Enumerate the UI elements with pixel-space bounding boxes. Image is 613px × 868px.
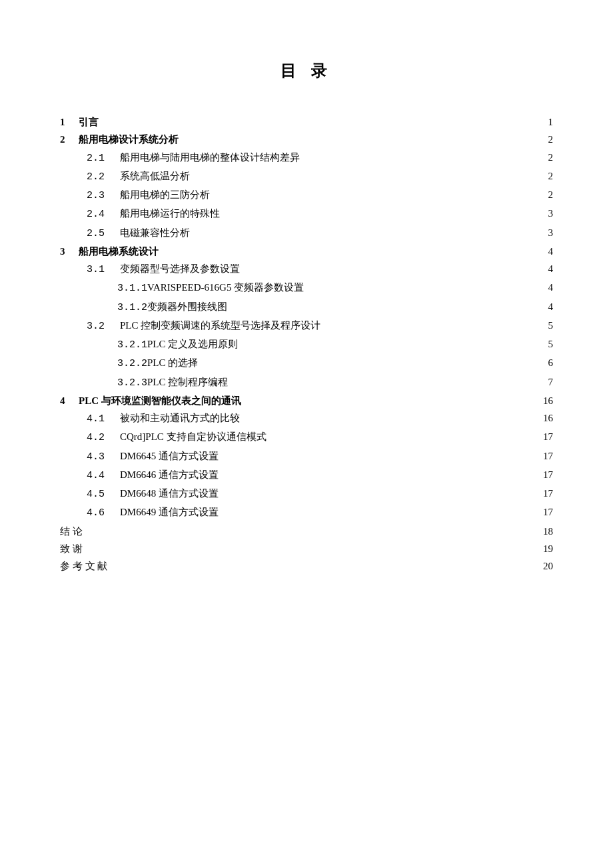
toc-entry: 4.1被动和主动通讯方式的比较16 <box>60 409 553 428</box>
toc-entry-number: 4.2 <box>87 429 120 447</box>
toc-entry-label: 被动和主动通讯方式的比较 <box>120 409 240 427</box>
toc-entry-page: 19 <box>540 540 553 557</box>
toc-entry-number: 3.2.2 <box>117 355 147 373</box>
toc-entry: 3.1.1 VARISPEED-616G5 变频器参数设置4 <box>60 279 553 297</box>
toc-entry-number: 4.5 <box>87 486 120 503</box>
toc-leader-dots <box>240 262 540 272</box>
toc-leader-dots <box>190 169 540 179</box>
toc-leader-dots <box>227 300 540 310</box>
toc-leader-dots <box>210 188 540 198</box>
toc-entry-page: 2 <box>540 167 553 185</box>
toc-leader-dots <box>241 394 540 404</box>
toc-entry-page: 17 <box>540 447 553 465</box>
toc-leader-dots <box>83 525 540 535</box>
toc-entry-label: 变频器型号选择及参数设置 <box>120 260 240 277</box>
toc-entry: 3.1.2 变频器外围接线图4 <box>60 298 553 317</box>
toc-entry-label: PLC 控制变频调速的系统型号选择及程序设计 <box>120 317 320 334</box>
toc-entry-number: 1 <box>60 113 79 131</box>
toc-entry: 3.1变频器型号选择及参数设置4 <box>60 260 553 279</box>
toc-leader-dots <box>159 245 540 255</box>
toc-leader-dots <box>320 319 540 329</box>
toc-entry: 4.3DM6645 通信方式设置17 <box>60 447 553 466</box>
toc-entry: 2.3船用电梯的三防分析2 <box>60 186 553 205</box>
toc-entry-page: 7 <box>540 373 553 391</box>
toc-leader-dots <box>179 133 540 143</box>
toc-entry-page: 4 <box>540 298 553 315</box>
toc-entry-page: 4 <box>540 279 553 296</box>
toc-entry-number: 2.3 <box>87 187 120 205</box>
toc-entry-label: PLC 与环境监测智能仪表之间的通讯 <box>79 392 241 409</box>
toc-leader-dots <box>107 559 540 569</box>
toc-entry: 2.4船用电梯运行的特殊性3 <box>60 205 553 223</box>
toc-entry-page: 2 <box>540 149 553 166</box>
toc-entry-label: 船用电梯系统设计 <box>79 243 159 260</box>
toc-entry-label: PLC 定义及选用原则 <box>147 335 238 353</box>
toc-entry-page: 4 <box>540 243 553 260</box>
toc-entry: 参 考 文 献20 <box>60 557 553 575</box>
toc-leader-dots <box>219 487 540 497</box>
toc-entry: 4.5DM6648 通信方式设置17 <box>60 485 553 503</box>
toc-entry-label: DM6649 通信方式设置 <box>120 503 219 521</box>
toc-entry: 2.5电磁兼容性分析3 <box>60 224 553 243</box>
toc-entry-label: 船用电梯的三防分析 <box>120 186 210 203</box>
toc-entry: 3.2.2 PLC 的选择6 <box>60 354 553 373</box>
toc-entry-page: 3 <box>540 205 553 222</box>
toc-entry-number: 4.4 <box>87 467 120 485</box>
toc-entry-number: 3.1 <box>87 261 120 279</box>
toc-leader-dots <box>238 337 540 347</box>
toc-entry-label: 船用电梯设计系统分析 <box>79 131 179 148</box>
toc-entry-page: 17 <box>540 485 553 502</box>
toc-leader-dots <box>228 375 540 385</box>
toc-leader-dots <box>190 226 540 236</box>
toc-entry-number: 3.1.2 <box>117 299 147 317</box>
toc-leader-dots <box>198 356 540 366</box>
toc-entry-page: 16 <box>540 409 553 427</box>
toc-entry-page: 2 <box>540 131 553 148</box>
toc-entry-number: 3.2 <box>87 318 120 335</box>
toc-entry: 结 论18 <box>60 523 553 540</box>
toc-entry-label: DM6648 通信方式设置 <box>120 485 219 502</box>
toc-list: 1引言12船用电梯设计系统分析22.1船用电梯与陆用电梯的整体设计结构差异22.… <box>60 113 553 575</box>
toc-leader-dots <box>304 281 540 291</box>
toc-entry-label: 电磁兼容性分析 <box>120 224 190 241</box>
toc-entry-label: 结 论 <box>60 523 83 540</box>
toc-entry-page: 16 <box>540 392 553 409</box>
toc-entry-number: 2.1 <box>87 150 120 167</box>
toc-entry-number: 4.1 <box>87 411 120 428</box>
toc-entry-page: 3 <box>540 224 553 241</box>
toc-entry-label: 引言 <box>79 113 99 131</box>
toc-entry: 3.2.1 PLC 定义及选用原则5 <box>60 335 553 354</box>
toc-entry-page: 1 <box>540 113 553 131</box>
toc-entry-number: 2.5 <box>87 225 120 243</box>
toc-entry: 4.2CQrd]PLC 支持自定协议通信模式17 <box>60 428 553 447</box>
toc-entry-label: 参 考 文 献 <box>60 557 107 575</box>
toc-entry-label: CQrd]PLC 支持自定协议通信模式 <box>120 428 267 445</box>
toc-leader-dots <box>219 449 540 459</box>
toc-leader-dots <box>219 468 540 478</box>
toc-entry-number: 2.2 <box>87 169 120 186</box>
toc-entry-page: 17 <box>540 428 553 445</box>
toc-entry-page: 6 <box>540 354 553 371</box>
toc-entry-label: 变频器外围接线图 <box>147 298 227 315</box>
toc-entry-label: PLC 控制程序编程 <box>147 373 228 391</box>
toc-entry-number: 2.4 <box>87 206 120 223</box>
toc-entry-number: 3.1.1 <box>117 280 147 297</box>
toc-entry-label: PLC 的选择 <box>147 354 198 371</box>
toc-entry: 3.2PLC 控制变频调速的系统型号选择及程序设计5 <box>60 317 553 335</box>
toc-entry-label: 致 谢 <box>60 540 83 557</box>
toc-entry: 致 谢19 <box>60 540 553 557</box>
toc-entry-number: 2 <box>60 131 79 148</box>
toc-entry-page: 2 <box>540 186 553 203</box>
toc-entry-number: 4.6 <box>87 505 120 522</box>
toc-entry: 3.2.3 PLC 控制程序编程7 <box>60 373 553 392</box>
toc-leader-dots <box>300 151 540 161</box>
toc-entry-number: 4.3 <box>87 449 120 466</box>
toc-entry-label: VARISPEED-616G5 变频器参数设置 <box>147 279 304 296</box>
toc-entry-page: 4 <box>540 260 553 277</box>
toc-leader-dots <box>219 505 540 515</box>
toc-leader-dots <box>83 542 540 552</box>
toc-entry-page: 5 <box>540 335 553 353</box>
toc-entry: 4.6DM6649 通信方式设置17 <box>60 503 553 522</box>
toc-entry-label: DM6645 通信方式设置 <box>120 447 219 465</box>
toc-entry-page: 20 <box>540 557 553 575</box>
